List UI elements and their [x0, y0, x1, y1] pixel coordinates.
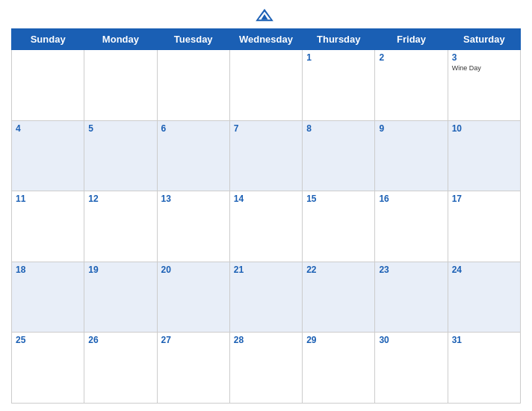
week-row-2: 45678910 [12, 120, 521, 191]
day-number: 16 [379, 194, 443, 204]
day-cell: 12 [84, 191, 157, 262]
day-cell: 28 [229, 333, 302, 404]
day-cell [12, 50, 84, 121]
day-number: 18 [16, 265, 80, 275]
logo-icon [254, 7, 275, 22]
day-cell: 10 [448, 120, 520, 191]
day-cell: 13 [157, 191, 229, 262]
day-number: 15 [306, 194, 371, 204]
weekday-header-monday: Monday [84, 29, 157, 50]
day-cell: 22 [303, 262, 375, 333]
day-cell: 9 [375, 120, 448, 191]
day-cell: 18 [12, 262, 84, 333]
week-row-3: 11121314151617 [12, 191, 521, 262]
day-cell: 24 [448, 262, 520, 333]
day-number: 21 [234, 265, 298, 275]
day-cell: 27 [157, 333, 229, 404]
day-number: 5 [88, 123, 152, 134]
day-cell: 8 [303, 120, 375, 191]
weekday-header-sunday: Sunday [12, 29, 84, 50]
day-number: 9 [379, 123, 443, 134]
day-number: 23 [379, 265, 443, 275]
day-number: 20 [161, 265, 226, 275]
day-number: 28 [234, 335, 298, 345]
day-number: 1 [306, 52, 371, 63]
day-number: 8 [306, 123, 371, 134]
day-number: 17 [452, 194, 516, 204]
weekday-header-thursday: Thursday [303, 29, 375, 50]
day-cell: 25 [12, 333, 84, 404]
weekday-header-friday: Friday [375, 29, 448, 50]
day-number: 29 [306, 335, 371, 345]
day-cell: 1 [303, 50, 375, 121]
day-number: 4 [16, 123, 80, 134]
day-cell: 11 [12, 191, 84, 262]
day-cell [84, 50, 157, 121]
day-number: 24 [452, 265, 516, 275]
day-cell [157, 50, 229, 121]
day-cell [229, 50, 302, 121]
day-number: 22 [306, 265, 371, 275]
day-number: 10 [452, 123, 516, 134]
day-cell: 26 [84, 333, 157, 404]
day-number: 7 [234, 123, 298, 134]
day-cell: 16 [375, 191, 448, 262]
weekday-header-row: SundayMondayTuesdayWednesdayThursdayFrid… [12, 29, 521, 50]
day-cell: 20 [157, 262, 229, 333]
day-cell: 15 [303, 191, 375, 262]
week-row-4: 18192021222324 [12, 262, 521, 333]
day-number: 27 [161, 335, 226, 345]
day-number: 19 [88, 265, 152, 275]
day-cell: 3Wine Day [448, 50, 520, 121]
day-cell: 6 [157, 120, 229, 191]
calendar-header [11, 7, 521, 22]
day-number: 12 [88, 194, 152, 204]
day-cell: 30 [375, 333, 448, 404]
day-cell: 5 [84, 120, 157, 191]
calendar-table: SundayMondayTuesdayWednesdayThursdayFrid… [11, 28, 521, 404]
day-number: 13 [161, 194, 226, 204]
weekday-header-tuesday: Tuesday [157, 29, 229, 50]
day-cell: 29 [303, 333, 375, 404]
day-cell: 2 [375, 50, 448, 121]
weekday-header-wednesday: Wednesday [229, 29, 302, 50]
week-row-1: 123Wine Day [12, 50, 521, 121]
day-number: 30 [379, 335, 443, 345]
day-number: 3 [452, 52, 516, 63]
day-cell: 19 [84, 262, 157, 333]
logo [254, 7, 278, 22]
calendar-container: SundayMondayTuesdayWednesdayThursdayFrid… [0, 0, 532, 411]
week-row-5: 25262728293031 [12, 333, 521, 404]
day-number: 26 [88, 335, 152, 345]
day-number: 25 [16, 335, 80, 345]
day-cell: 7 [229, 120, 302, 191]
day-number: 14 [234, 194, 298, 204]
day-number: 11 [16, 194, 80, 204]
day-cell: 17 [448, 191, 520, 262]
event-label: Wine Day [452, 64, 516, 72]
day-number: 6 [161, 123, 226, 134]
day-cell: 31 [448, 333, 520, 404]
day-cell: 4 [12, 120, 84, 191]
day-cell: 14 [229, 191, 302, 262]
day-number: 31 [452, 335, 516, 345]
day-cell: 21 [229, 262, 302, 333]
day-cell: 23 [375, 262, 448, 333]
day-number: 2 [379, 52, 443, 63]
weekday-header-saturday: Saturday [448, 29, 520, 50]
